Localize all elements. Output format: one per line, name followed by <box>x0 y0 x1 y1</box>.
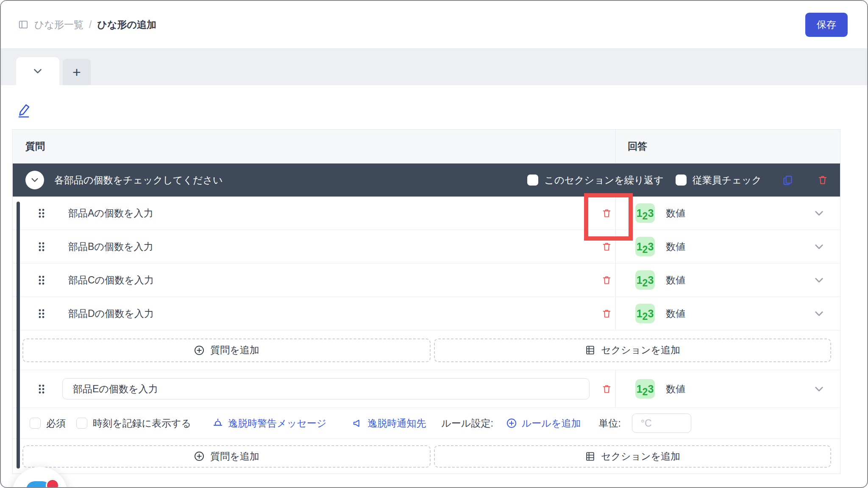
delete-question-button[interactable] <box>601 384 612 394</box>
add-row: 質問を追加 セクションを追加 <box>13 439 840 474</box>
section-indicator-bar <box>17 202 20 469</box>
chevron-down-icon[interactable] <box>813 208 825 219</box>
drag-handle-icon[interactable] <box>37 383 46 395</box>
required-label: 必須 <box>46 417 66 430</box>
employee-check-label: 従業員チェック <box>693 174 762 187</box>
edit-title-button[interactable] <box>17 102 31 118</box>
delete-question-button[interactable] <box>601 208 612 219</box>
answer-type-label: 数値 <box>666 307 685 320</box>
trash-icon <box>601 241 612 252</box>
question-row: 部品Dの個数を入力 123 数値 <box>13 297 840 330</box>
notification-dot <box>46 479 59 488</box>
repeat-section-label: このセクションを繰り返す <box>544 174 663 187</box>
pencil-icon <box>17 102 31 118</box>
section-icon <box>585 451 595 462</box>
chevron-down-icon <box>32 66 43 77</box>
answer-type-label: 数値 <box>666 240 685 253</box>
plus-circle-icon <box>194 451 205 462</box>
trash-icon <box>601 208 612 219</box>
add-row: 質問を追加 セクションを追加 <box>13 330 840 370</box>
question-cell: 部品Aの個数を入力 <box>13 197 615 230</box>
unit-input[interactable] <box>632 413 691 433</box>
chevron-down-icon[interactable] <box>813 308 825 319</box>
template-name-row <box>1 85 867 129</box>
answer-type-select[interactable]: 123 数値 <box>615 370 840 408</box>
answer-type-label: 数値 <box>666 383 685 396</box>
add-question-button[interactable]: 質問を追加 <box>22 445 431 468</box>
duplicate-section-button[interactable] <box>782 175 793 186</box>
delete-question-button[interactable] <box>601 275 612 286</box>
siren-icon <box>212 418 223 429</box>
answer-type-select[interactable]: 123 数値 <box>615 297 840 330</box>
answer-type-select[interactable]: 123 数値 <box>615 263 840 297</box>
drag-handle-icon[interactable] <box>37 241 46 252</box>
unit-label: 単位: <box>598 417 620 430</box>
drag-handle-icon[interactable] <box>37 308 46 319</box>
question-row: 部品Aの個数を入力 123 数値 <box>13 197 840 230</box>
plus-circle-icon <box>506 418 517 429</box>
trash-icon <box>817 175 828 186</box>
answer-type-select[interactable]: 123 数値 <box>615 197 840 230</box>
question-cell <box>13 370 615 408</box>
question-row: 部品Cの個数を入力 123 数値 <box>13 263 840 297</box>
section-icon <box>585 345 595 355</box>
required-checkbox[interactable] <box>30 418 41 429</box>
employee-check-checkbox[interactable] <box>676 175 687 186</box>
save-button[interactable]: 保存 <box>805 13 848 37</box>
show-time-checkbox[interactable] <box>76 418 87 429</box>
add-rule-link[interactable]: ルールを追加 <box>506 417 581 430</box>
numeric-type-icon: 123 <box>635 203 655 223</box>
trash-icon <box>601 384 612 394</box>
rule-setting-label: ルール設定: <box>441 417 493 430</box>
chevron-down-icon[interactable] <box>813 241 825 252</box>
megaphone-icon <box>352 418 363 429</box>
chevron-down-icon <box>30 175 39 185</box>
question-settings-row: 必須 時刻を記録に表示する 逸脱時警告メッセージ 逸脱時通知先 ルール設定: ル… <box>13 408 840 439</box>
drag-handle-icon[interactable] <box>37 208 46 219</box>
question-row: 部品Bの個数を入力 123 数値 <box>13 230 840 263</box>
template-list-icon <box>18 19 29 30</box>
breadcrumb-parent-link[interactable]: ひな形一覧 <box>34 18 83 31</box>
answer-column-header: 回答 <box>615 130 840 163</box>
question-column-header: 質問 <box>13 130 615 163</box>
answer-type-select[interactable]: 123 数値 <box>615 230 840 263</box>
plus-circle-icon <box>194 345 205 356</box>
drag-handle-icon[interactable] <box>37 274 46 286</box>
add-page-tab[interactable]: + <box>63 59 91 85</box>
topbar: ひな形一覧 / ひな形の追加 保存 <box>1 1 867 49</box>
delete-question-button[interactable] <box>601 241 612 252</box>
add-section-button[interactable]: セクションを追加 <box>434 445 831 468</box>
section-body: 部品Aの個数を入力 123 数値 部品Bの個数を入力 123 <box>13 197 840 474</box>
add-question-button[interactable]: 質問を追加 <box>22 338 431 362</box>
answer-type-label: 数値 <box>666 207 685 220</box>
deviation-warning-link[interactable]: 逸脱時警告メッセージ <box>212 417 326 430</box>
trash-icon <box>601 275 612 286</box>
question-table: 質問 回答 各部品の個数をチェックしてください このセクションを繰り返す 従業員… <box>12 129 840 474</box>
question-cell: 部品Bの個数を入力 <box>13 230 615 263</box>
delete-question-button[interactable] <box>601 308 612 319</box>
breadcrumb-separator: / <box>89 19 92 30</box>
trash-icon <box>601 308 612 319</box>
question-label: 部品Dの個数を入力 <box>68 307 154 320</box>
question-label: 部品Cの個数を入力 <box>68 274 154 287</box>
page-tab-strip: + <box>1 49 867 85</box>
answer-type-label: 数値 <box>666 274 685 287</box>
section-title: 各部品の個数をチェックしてください <box>54 174 223 187</box>
copy-icon <box>782 175 793 186</box>
chevron-down-icon[interactable] <box>813 383 825 395</box>
question-cell: 部品Cの個数を入力 <box>13 263 615 297</box>
page-title: ひな形の追加 <box>97 18 156 31</box>
numeric-type-icon: 123 <box>635 379 655 399</box>
question-text-input[interactable] <box>62 378 590 399</box>
question-label: 部品Aの個数を入力 <box>68 207 153 220</box>
chevron-down-icon[interactable] <box>813 274 825 286</box>
deviation-notify-link[interactable]: 逸脱時通知先 <box>352 417 426 430</box>
collapse-section-button[interactable] <box>25 171 44 189</box>
add-section-button[interactable]: セクションを追加 <box>434 338 831 362</box>
numeric-type-icon: 123 <box>635 304 655 323</box>
question-cell: 部品Dの個数を入力 <box>13 297 615 330</box>
page-tab-active[interactable] <box>16 57 59 85</box>
show-time-label: 時刻を記録に表示する <box>93 417 191 430</box>
delete-section-button[interactable] <box>817 175 828 186</box>
repeat-section-checkbox[interactable] <box>527 175 538 186</box>
